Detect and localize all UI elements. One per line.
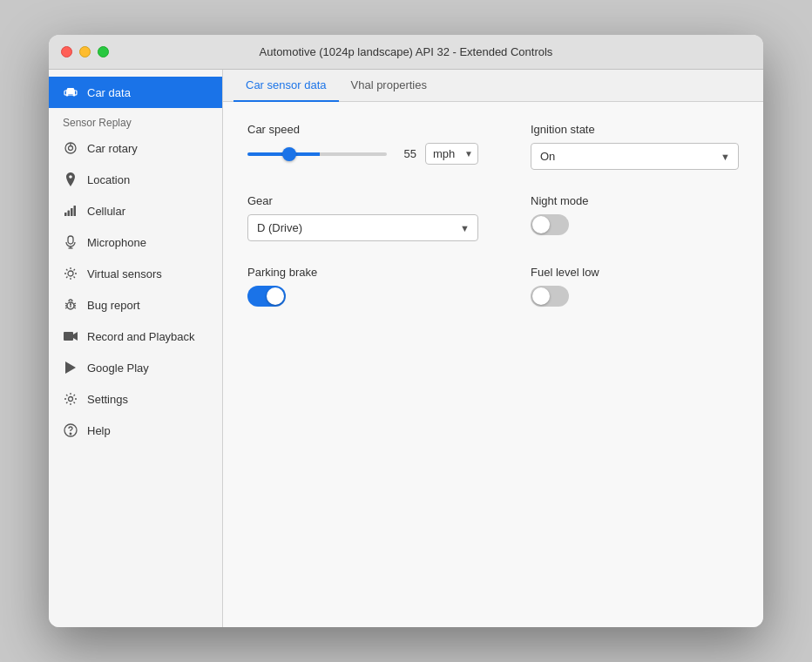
- car-speed-slider-row: 55 mph km/h ▼: [247, 143, 478, 165]
- car-speed-slider[interactable]: [247, 152, 387, 156]
- sidebar-item-car-rotary-label: Car rotary: [87, 142, 138, 155]
- tab-car-sensor-data[interactable]: Car sensor data: [233, 70, 339, 102]
- sidebar-item-cellular-label: Cellular: [87, 205, 125, 218]
- car-speed-value: 55: [396, 147, 416, 160]
- sidebar-item-settings-label: Settings: [87, 393, 128, 406]
- main-window: Automotive (1024p landscape) API 32 - Ex…: [49, 35, 763, 627]
- night-mode-group: Night mode: [531, 194, 739, 241]
- svg-point-2: [73, 94, 76, 97]
- speed-unit-wrapper: mph km/h ▼: [425, 143, 478, 165]
- titlebar: Automotive (1024p landscape) API 32 - Ex…: [49, 35, 763, 70]
- night-mode-toggle[interactable]: [531, 214, 569, 235]
- ignition-state-label: Ignition state: [531, 123, 739, 136]
- gear-select-wrapper: P (Park) R (Reverse) N (Neutral) D (Driv…: [247, 214, 478, 241]
- content-area: Car data Sensor Replay Car rotary: [49, 70, 763, 627]
- svg-rect-17: [64, 332, 73, 341]
- sidebar-item-location[interactable]: Location: [49, 164, 222, 195]
- location-icon: [63, 172, 78, 187]
- gear-select[interactable]: P (Park) R (Reverse) N (Neutral) D (Driv…: [247, 214, 478, 241]
- parking-brake-label: Parking brake: [247, 266, 478, 279]
- controls-grid: Car speed 55 mph km/h ▼: [247, 123, 739, 307]
- svg-rect-7: [68, 211, 71, 217]
- svg-rect-9: [74, 206, 77, 216]
- sidebar-item-help[interactable]: Help: [49, 415, 222, 446]
- close-button[interactable]: [61, 46, 72, 57]
- sidebar-item-record-playback-label: Record and Playback: [87, 330, 195, 343]
- sidebar-item-car-data[interactable]: Car data: [49, 77, 222, 108]
- sidebar-item-virtual-sensors[interactable]: Virtual sensors: [49, 258, 222, 289]
- sidebar-item-bug-report[interactable]: Bug report: [49, 289, 222, 321]
- sidebar-item-microphone-label: Microphone: [87, 236, 146, 249]
- svg-point-4: [69, 146, 73, 151]
- night-mode-label: Night mode: [531, 194, 739, 207]
- virtual-sensors-icon: [63, 266, 78, 281]
- sidebar-item-car-data-label: Car data: [87, 86, 131, 99]
- fuel-level-low-group: Fuel level low: [531, 266, 739, 307]
- car-speed-label: Car speed: [247, 123, 478, 136]
- main-panel: Car sensor data Vhal properties Car spee…: [223, 70, 763, 627]
- sidebar-item-help-label: Help: [87, 424, 111, 437]
- tab-bar: Car sensor data Vhal properties: [223, 70, 763, 102]
- svg-point-13: [68, 271, 73, 276]
- bug-report-icon: [63, 297, 78, 313]
- svg-rect-6: [64, 213, 67, 216]
- car-data-icon: [63, 84, 78, 100]
- speed-unit-select[interactable]: mph km/h: [425, 143, 478, 165]
- parking-brake-toggle[interactable]: [247, 286, 286, 307]
- sidebar-item-google-play-label: Google Play: [87, 361, 149, 375]
- gear-label: Gear: [247, 194, 478, 207]
- minimize-button[interactable]: [79, 46, 91, 57]
- car-rotary-icon: [63, 140, 78, 156]
- window-controls: [61, 46, 109, 57]
- sidebar-item-location-label: Location: [87, 173, 130, 186]
- tab-vhal-properties[interactable]: Vhal properties: [339, 70, 439, 102]
- svg-rect-8: [71, 208, 73, 216]
- ignition-state-select-wrapper: Off Accessory On Start ▼: [531, 143, 739, 170]
- svg-point-18: [69, 397, 73, 402]
- record-playback-icon: [63, 328, 78, 344]
- sidebar-item-settings[interactable]: Settings: [49, 383, 222, 415]
- svg-rect-10: [68, 236, 73, 244]
- cellular-icon: [63, 203, 78, 219]
- fuel-level-low-label: Fuel level low: [531, 266, 739, 279]
- sidebar-item-bug-report-label: Bug report: [87, 299, 140, 312]
- sidebar-item-google-play[interactable]: Google Play: [49, 352, 222, 383]
- svg-point-20: [70, 433, 71, 435]
- fuel-level-low-toggle-knob: [532, 287, 550, 305]
- sidebar-item-record-playback[interactable]: Record and Playback: [49, 321, 222, 352]
- sidebar-item-car-rotary[interactable]: Car rotary: [49, 132, 222, 164]
- settings-icon: [63, 391, 78, 407]
- microphone-icon: [63, 234, 78, 250]
- gear-group: Gear P (Park) R (Reverse) N (Neutral) D …: [247, 194, 478, 241]
- sidebar-item-virtual-sensors-label: Virtual sensors: [87, 267, 162, 280]
- window-title: Automotive (1024p landscape) API 32 - Ex…: [260, 45, 553, 58]
- help-icon: [63, 422, 78, 438]
- sensor-replay-group: Sensor Replay: [49, 108, 222, 132]
- sidebar-item-cellular[interactable]: Cellular: [49, 195, 222, 226]
- google-play-icon: [63, 360, 78, 375]
- fuel-level-low-toggle[interactable]: [531, 286, 569, 307]
- ignition-state-select[interactable]: Off Accessory On Start: [531, 143, 739, 170]
- night-mode-toggle-knob: [532, 216, 550, 233]
- panel-content: Car speed 55 mph km/h ▼: [223, 102, 763, 627]
- car-speed-group: Car speed 55 mph km/h ▼: [247, 123, 478, 170]
- maximize-button[interactable]: [98, 46, 109, 57]
- parking-brake-group: Parking brake: [247, 266, 478, 307]
- ignition-state-group: Ignition state Off Accessory On Start ▼: [531, 123, 739, 170]
- sidebar: Car data Sensor Replay Car rotary: [49, 70, 223, 627]
- svg-point-1: [66, 94, 69, 97]
- sidebar-item-microphone[interactable]: Microphone: [49, 226, 222, 258]
- parking-brake-toggle-knob: [267, 287, 284, 305]
